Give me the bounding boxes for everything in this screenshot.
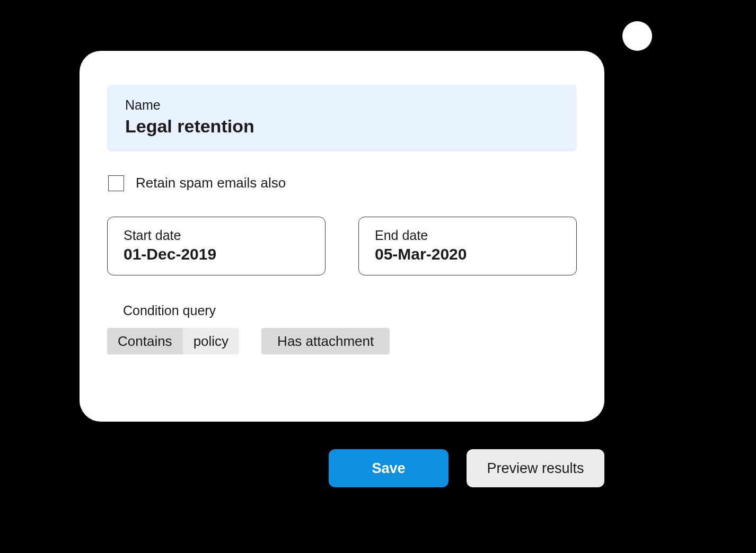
condition-chip-attachment[interactable]: Has attachment bbox=[261, 328, 390, 354]
name-field[interactable]: Name Legal retention bbox=[107, 85, 577, 151]
retain-spam-row: Retain spam emails also bbox=[108, 175, 577, 191]
name-label: Name bbox=[125, 97, 559, 113]
name-value: Legal retention bbox=[125, 116, 559, 137]
start-date-value: 01-Dec-2019 bbox=[124, 245, 309, 263]
retain-spam-checkbox[interactable] bbox=[108, 175, 124, 191]
chip-label: Has attachment bbox=[277, 333, 374, 350]
retention-form-card: Name Legal retention Retain spam emails … bbox=[80, 51, 604, 422]
end-date-label: End date bbox=[375, 228, 560, 243]
retain-spam-label: Retain spam emails also bbox=[136, 175, 286, 191]
condition-heading: Condition query bbox=[123, 303, 577, 318]
date-row: Start date 01-Dec-2019 End date 05-Mar-2… bbox=[107, 217, 577, 275]
chip-value: policy bbox=[183, 328, 239, 354]
condition-section: Condition query Contains policy Has atta… bbox=[123, 303, 577, 354]
end-date-field[interactable]: End date 05-Mar-2020 bbox=[358, 217, 577, 275]
start-date-field[interactable]: Start date 01-Dec-2019 bbox=[107, 217, 326, 275]
chip-operator: Contains bbox=[107, 328, 183, 354]
condition-chip-contains[interactable]: Contains policy bbox=[107, 328, 239, 354]
save-button[interactable]: Save bbox=[329, 449, 449, 487]
end-date-value: 05-Mar-2020 bbox=[375, 245, 560, 263]
condition-chips: Contains policy Has attachment bbox=[107, 328, 577, 354]
preview-results-button[interactable]: Preview results bbox=[467, 449, 604, 487]
corner-dot bbox=[622, 21, 652, 51]
action-row: Save Preview results bbox=[329, 449, 604, 487]
start-date-label: Start date bbox=[124, 228, 309, 243]
